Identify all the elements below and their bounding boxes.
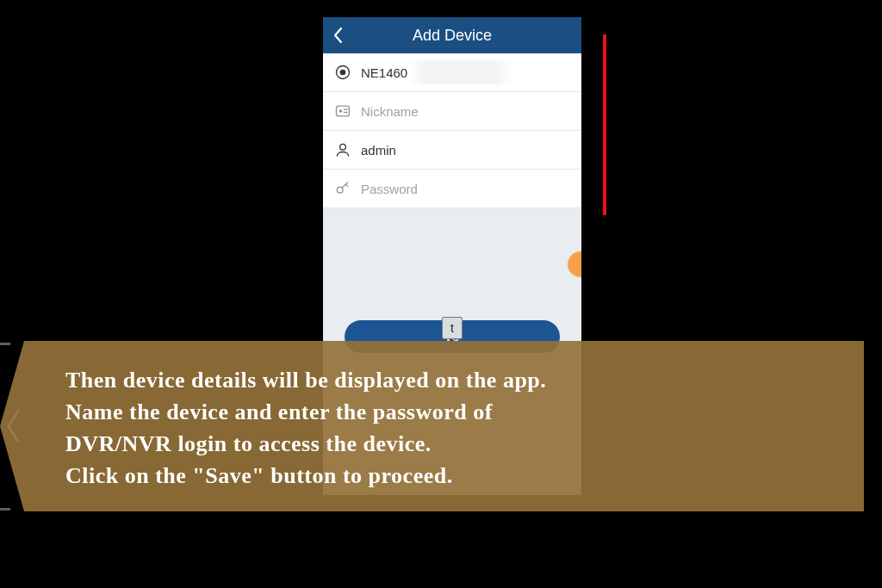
redaction-blur [409, 60, 512, 84]
key-icon [333, 179, 352, 198]
svg-rect-2 [337, 106, 350, 116]
username-value: admin [361, 143, 571, 158]
app-header: Add Device [323, 17, 581, 53]
caption-line: DVR/NVR login to access the device. [65, 431, 432, 456]
device-id-field[interactable]: NE1460 [323, 53, 581, 92]
svg-rect-4 [344, 109, 348, 110]
user-icon [333, 140, 352, 159]
password-field[interactable]: Password [323, 170, 581, 208]
device-id-icon [333, 63, 352, 82]
nickname-icon [333, 102, 352, 121]
caption-line: Click on the "Save" button to proceed. [65, 463, 453, 488]
annotation-red-line [603, 34, 606, 215]
svg-point-7 [337, 187, 343, 193]
add-device-form: NE1460 Nickname admin Password [323, 53, 581, 208]
caption-line: Name the device and enter the password o… [65, 399, 493, 424]
header-title: Add Device [413, 27, 492, 45]
svg-rect-5 [344, 112, 348, 113]
username-field[interactable]: admin [323, 131, 581, 170]
text-cursor-icon: t [442, 317, 463, 339]
nickname-placeholder: Nickname [361, 104, 571, 119]
back-icon[interactable] [332, 26, 344, 45]
nickname-field[interactable]: Nickname [323, 92, 581, 131]
svg-point-6 [340, 144, 346, 150]
instruction-caption: Then device details will be displayed on… [24, 341, 864, 511]
caption-line: Then device details will be displayed on… [65, 368, 546, 393]
side-indicator-icon [568, 251, 581, 277]
svg-point-1 [340, 70, 346, 76]
password-placeholder: Password [361, 182, 571, 196]
svg-point-3 [339, 109, 343, 113]
